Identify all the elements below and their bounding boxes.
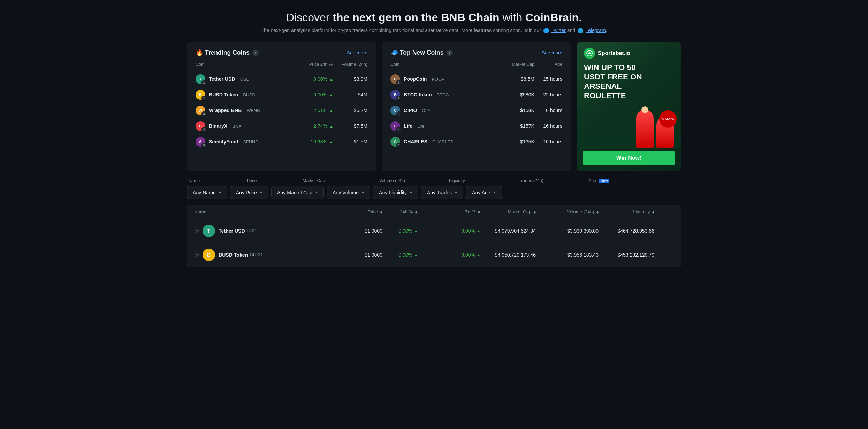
coin-ticker: BTCC	[437, 92, 449, 98]
liquidity-filter-chevron	[410, 192, 412, 193]
coin-avatar: B 4	[196, 121, 205, 131]
col-header-name[interactable]: Name	[194, 209, 341, 214]
filter-name-label: Name	[188, 178, 244, 183]
table-row: ☆ T Tether USD USDT $1.0000 0.00% 0.00% …	[187, 219, 681, 243]
ad-win-button[interactable]: Win Now!	[583, 151, 675, 165]
trending-table-row: S 5 SeedifyFund SFUND 10.98% $1.5M	[196, 134, 367, 150]
price-change: 0.00%	[298, 92, 333, 98]
trades-filter-dropdown[interactable]: Any Trades	[421, 186, 463, 199]
rank-badge: 4	[396, 127, 401, 132]
age-cell: 15 hours	[534, 76, 562, 82]
sportsbet-logo-text: Sportsbet.io	[598, 50, 630, 56]
liquidity-sort-icon	[652, 211, 654, 214]
change-arrow	[330, 79, 333, 81]
filter-age-label: Age New	[586, 178, 648, 183]
coin-ticker: WBNB	[246, 108, 260, 113]
volume-cell: $1.5M	[333, 139, 367, 145]
ad-banner: Sportsbet.io WIN UP TO 50 USDT FREE ON A…	[577, 42, 681, 171]
new-coin-table-row: C 5 CHARLES CHARLES $135K 10 hours	[390, 134, 562, 150]
coin-name-cell: W 3 Wrapped BNB WBNB	[196, 106, 298, 115]
7d-arrow	[477, 254, 480, 256]
age-filter-dropdown[interactable]: Any Age	[466, 186, 502, 199]
sportsbet-icon	[584, 48, 595, 59]
page-title: Discover the next gem on the BNB Chain w…	[197, 11, 671, 24]
new-coin-table-row: C 3 CIPIO CIPI $158K 6 hours	[390, 103, 562, 118]
main-marketcap-cell: $4,979,904,624.84	[480, 228, 536, 234]
main-liquidity-cell: $464,728,953.66	[599, 228, 654, 234]
coin-full-name: Wrapped BNB	[209, 108, 242, 113]
main-table-section: Name Price 24h % 7d % Market Cap Volume …	[181, 205, 687, 267]
twitter-icon	[543, 28, 549, 33]
cards-section: 🔥 Trending Coins i See more Coin Price 2…	[181, 42, 687, 178]
name-filter-dropdown[interactable]: Any Name	[187, 186, 227, 199]
page-subtitle: The next-gen analytics platform for cryp…	[197, 28, 671, 33]
marketcap-filter-dropdown[interactable]: Any Market Cap	[271, 186, 324, 199]
col-header-volume[interactable]: Volume (24h)	[536, 209, 599, 214]
trending-table: Coin Price 24h % Volume (24h) T 1 Tether…	[196, 62, 367, 150]
col-header-price[interactable]: Price	[341, 209, 382, 214]
volume-filter-dropdown[interactable]: Any Volume	[327, 186, 370, 199]
name-filter-chevron	[219, 192, 221, 193]
coin-full-name: Tether USD	[209, 76, 235, 82]
new-coins-table-body: P 1 PoopCoin POOP $8.5M 15 hours B 2 BTC…	[390, 71, 562, 150]
coin-name-cell: C 3 CIPIO CIPI	[390, 106, 507, 115]
coin-name-cell: B 2 BUSD Token BUSD	[196, 90, 298, 100]
filter-section: Name Price Market Cap Volume (24h) Liqui…	[181, 178, 687, 199]
coin-full-name: BUSD Token	[209, 92, 238, 98]
marketcap-cell: $157K	[507, 123, 534, 129]
price-change: 10.98%	[298, 139, 333, 145]
change-arrow	[330, 110, 333, 112]
main-coin-avatar: B	[203, 249, 215, 261]
coin-name-cell: P 1 PoopCoin POOP	[390, 74, 507, 84]
table-row: ☆ B BUSD Token BUSD $1.0000 0.00% 0.00% …	[187, 243, 681, 267]
main-24h-cell: 0.00%	[382, 228, 417, 234]
main-liquidity-cell: $453,232,120.79	[599, 252, 654, 258]
main-volume-cell: $3,956,183.43	[536, 252, 599, 258]
trending-coins-card: 🔥 Trending Coins i See more Coin Price 2…	[187, 42, 376, 171]
col-header-7d[interactable]: 7d %	[417, 209, 480, 214]
filter-price-label: Price	[244, 178, 300, 183]
twitter-link[interactable]: Twitter	[551, 28, 565, 33]
coin-full-name: SeedifyFund	[209, 139, 238, 145]
volume-cell: $5.2M	[333, 108, 367, 113]
col-header-24h[interactable]: 24h %	[382, 209, 417, 214]
coin-name-cell: B 4 BinaryX BNX	[196, 121, 298, 131]
col-header-marketcap[interactable]: Market Cap	[480, 209, 536, 214]
main-price-cell: $1.0000	[341, 228, 382, 234]
filter-volume-label: Volume (24h)	[376, 178, 446, 183]
trending-table-row: W 3 Wrapped BNB WBNB 2.51% $5.2M	[196, 103, 367, 118]
coin-avatar: B 2	[196, 90, 205, 100]
volume-cell: $7.5M	[333, 123, 367, 129]
rank-badge: 5	[396, 143, 401, 148]
new-coins-card-title: 🧢 Top New Coins i	[390, 49, 453, 56]
main-price-cell: $1.0000	[341, 252, 382, 258]
favorite-star[interactable]: ☆	[194, 251, 199, 258]
coin-name-cell: L 4 Life Life	[390, 121, 507, 131]
rank-badge: 2	[396, 96, 401, 101]
trending-table-row: T 1 Tether USD USDT 0.00% $3.9M	[196, 71, 367, 87]
main-7d-cell: 0.00%	[417, 252, 480, 258]
age-new-badge: New	[599, 179, 610, 183]
age-cell: 10 hours	[534, 139, 562, 145]
coin-ticker: CIPI	[422, 108, 431, 113]
telegram-link[interactable]: Telegram	[586, 28, 606, 33]
change-arrow	[330, 126, 333, 128]
ad-content: Sportsbet.io WIN UP TO 50 USDT FREE ON A…	[577, 42, 681, 106]
new-coins-info-icon[interactable]: i	[447, 50, 453, 56]
price-change: 2.51%	[298, 108, 333, 113]
liquidity-filter-dropdown[interactable]: Any Liquidity	[373, 186, 418, 199]
new-coins-see-more[interactable]: See more	[542, 50, 562, 55]
new-coins-table: Coin Market Cap Age P 1 PoopCoin POOP $8…	[390, 62, 562, 150]
trending-see-more[interactable]: See more	[347, 50, 367, 55]
volume-filter-chevron	[361, 192, 364, 193]
trades-filter-chevron	[455, 192, 457, 193]
coin-avatar: B 2	[390, 90, 400, 100]
main-coin-ticker: BUSD	[250, 252, 262, 257]
col-header-liquidity[interactable]: Liquidity	[599, 209, 654, 214]
main-volume-cell: $3,930,390.00	[536, 228, 599, 234]
trending-info-icon[interactable]: i	[252, 50, 259, 56]
price-filter-dropdown[interactable]: Any Price	[230, 186, 268, 199]
trending-card-title: 🔥 Trending Coins i	[196, 49, 259, 56]
favorite-star[interactable]: ☆	[194, 227, 199, 234]
main-coin-ticker: USDT	[247, 228, 259, 233]
